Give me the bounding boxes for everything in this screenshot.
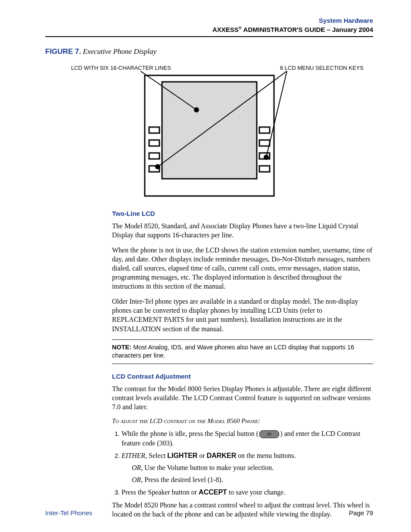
header-guide-title: AXXESS® ADMINISTRATOR'S GUIDE – January … — [45, 25, 373, 34]
svg-rect-6 — [259, 127, 270, 133]
svg-rect-3 — [149, 140, 159, 146]
callout-keys: 8 LCD MENU SELECTION KEYS — [280, 65, 364, 71]
step3-tail: to save your change. — [227, 488, 286, 496]
step-3: Press the Speaker button or ACCEPT to sa… — [121, 488, 373, 497]
body-content: Two-Line LCD The Model 8520, Standard, a… — [112, 210, 373, 519]
step2-sub1: OR, Use the Volume button to make your s… — [132, 463, 373, 473]
step3-accept: ACCEPT — [199, 488, 227, 496]
footer-section: Inter-Tel Phones — [45, 509, 92, 516]
para-twoline-2: When the phone is not in use, the LCD sh… — [112, 246, 373, 291]
para-twoline-3: Older Inter-Tel phone types are availabl… — [112, 297, 373, 333]
footer-page-number: Page 79 — [349, 509, 373, 516]
step2-either: EITHER, — [121, 452, 147, 459]
page: System Hardware AXXESS® ADMINISTRATOR'S … — [0, 0, 411, 532]
svg-rect-2 — [149, 127, 159, 133]
para-twoline-1: The Model 8520, Standard, and Associate … — [112, 221, 373, 240]
note-rule-top — [112, 339, 373, 340]
diagram-callout-row: LCD WITH SIX 16-CHARACTER LINES 8 LCD ME… — [45, 65, 373, 71]
note-label: NOTE: — [112, 344, 131, 351]
registered-mark: ® — [239, 25, 242, 30]
guide-suffix: ADMINISTRATOR'S GUIDE – January 2004 — [242, 26, 373, 33]
step2-tail: on the menu buttons. — [236, 452, 296, 459]
step2-or: or — [197, 452, 206, 459]
para-contrast-1: The contrast for the Model 8000 Series D… — [112, 384, 373, 411]
step3-lead: Press the Speaker button or — [121, 488, 199, 496]
svg-rect-1 — [162, 82, 257, 179]
step2-darker: DARKER — [207, 452, 236, 459]
page-footer: Inter-Tel Phones Page 79 — [45, 509, 373, 516]
phone-diagram — [45, 71, 373, 202]
step2-sub2: OR, Press the desired level (1-8). — [132, 475, 373, 485]
diagram-svg — [106, 71, 313, 200]
step2-select: Select — [147, 452, 167, 459]
step2-sub2-text: Press the desired level (1-8). — [143, 476, 223, 483]
svg-rect-7 — [259, 140, 270, 146]
step-2: EITHER, Select LIGHTER or DARKER on the … — [121, 451, 373, 484]
svg-point-13 — [155, 164, 160, 169]
product-name: AXXESS — [212, 26, 239, 33]
svg-point-15 — [264, 155, 269, 160]
figure-number: FIGURE 7. — [45, 47, 81, 56]
svg-point-11 — [194, 107, 199, 112]
procedure-list: While the phone is idle, press the Speci… — [112, 429, 373, 497]
header-rule — [45, 36, 373, 37]
note-rule-bottom — [112, 364, 373, 364]
procedure-title: To adjust the LCD contrast on the Model … — [112, 417, 373, 425]
or-label-2: OR, — [132, 476, 143, 483]
step1-lead: While the phone is idle, press the Speci… — [121, 430, 258, 437]
heading-two-line-lcd: Two-Line LCD — [112, 210, 373, 217]
step-1: While the phone is idle, press the Speci… — [121, 429, 373, 448]
note-block: NOTE: Most Analog, IDS, and Wave phones … — [112, 343, 373, 360]
header-section-title: System Hardware — [45, 16, 373, 25]
svg-rect-4 — [149, 153, 159, 159]
callout-lcd: LCD WITH SIX 16-CHARACTER LINES — [71, 65, 171, 71]
step2-sub1-text: Use the Volume button to make your selec… — [143, 464, 274, 471]
or-label-1: OR, — [132, 464, 143, 471]
svg-rect-9 — [259, 166, 270, 172]
note-body: Most Analog, IDS, and Wave phones also h… — [112, 344, 354, 359]
figure-title: Executive Phone Display — [81, 47, 156, 56]
step2-lighter: LIGHTER — [167, 452, 197, 459]
running-header: System Hardware AXXESS® ADMINISTRATOR'S … — [45, 16, 373, 34]
special-button-icon — [259, 430, 279, 438]
heading-contrast: LCD Contrast Adjustment — [112, 373, 373, 380]
figure-caption: FIGURE 7. Executive Phone Display — [45, 47, 373, 56]
